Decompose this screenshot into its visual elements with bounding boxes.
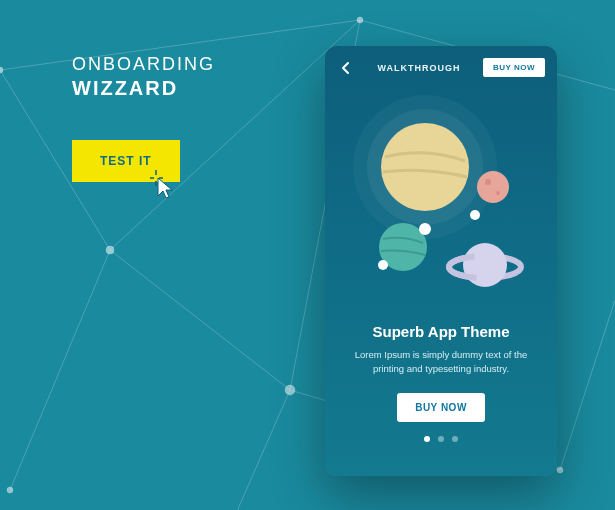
phone-header-title: WALKTHROUGH bbox=[377, 63, 460, 73]
dot-2[interactable] bbox=[438, 436, 444, 442]
phone-card-title: Superb App Theme bbox=[347, 323, 535, 340]
phone-card-desc: Lorem Ipsum is simply dummy text of the … bbox=[347, 348, 535, 377]
svg-point-24 bbox=[477, 171, 509, 203]
svg-point-26 bbox=[496, 191, 500, 195]
svg-point-23 bbox=[381, 123, 469, 211]
svg-point-28 bbox=[419, 223, 431, 235]
svg-point-30 bbox=[470, 210, 480, 220]
dot-1[interactable] bbox=[424, 436, 430, 442]
buy-now-top-button[interactable]: BUY NOW bbox=[483, 58, 545, 77]
phone-header: WALKTHROUGH BUY NOW bbox=[325, 46, 557, 77]
page-heading: ONBOARDING WIZZARD bbox=[72, 54, 215, 100]
svg-point-32 bbox=[463, 243, 507, 287]
pagination-dots bbox=[325, 436, 557, 442]
heading-line2: WIZZARD bbox=[72, 77, 215, 100]
svg-point-25 bbox=[485, 179, 491, 185]
cursor-icon bbox=[150, 170, 178, 200]
dot-3[interactable] bbox=[452, 436, 458, 442]
phone-card-text: Superb App Theme Lorem Ipsum is simply d… bbox=[325, 317, 557, 377]
planets-illustration bbox=[325, 87, 557, 317]
svg-point-29 bbox=[378, 260, 388, 270]
buy-now-main-button[interactable]: BUY NOW bbox=[397, 393, 485, 422]
phone-mockup: WALKTHROUGH BUY NOW bbox=[325, 46, 557, 476]
heading-line1: ONBOARDING bbox=[72, 54, 215, 75]
back-arrow-icon[interactable] bbox=[337, 59, 355, 77]
